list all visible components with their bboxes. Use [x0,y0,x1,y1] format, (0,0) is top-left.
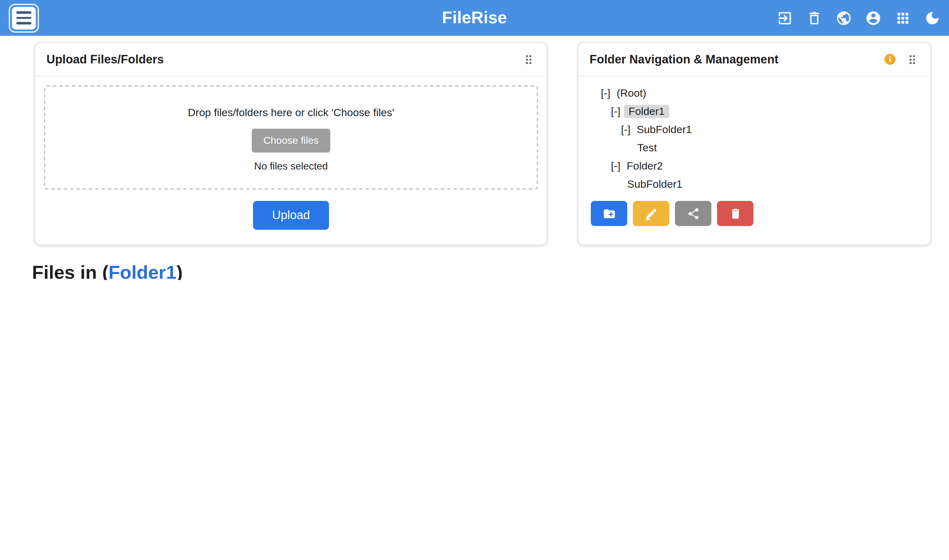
folder-tree-item[interactable]: [-]SubFolder1 [591,120,918,139]
dark-mode-moon-icon[interactable] [924,10,940,26]
upload-card-title: Upload Files/Folders [46,52,164,66]
folder-tree-item[interactable]: [-]Folder2 [591,157,918,175]
create-folder-button[interactable] [591,201,627,226]
folder-label[interactable]: (Root) [614,87,649,100]
file-dropzone[interactable]: Drop files/folders here or click 'Choose… [44,85,538,189]
rename-folder-button[interactable] [633,201,669,226]
app-title: FileRise [442,8,507,28]
choose-files-button[interactable]: Choose files [252,129,330,152]
folder-card: Folder Navigation & Management [-](Root)… [578,42,931,245]
tree-toggle[interactable]: [-] [621,124,631,135]
hamburger-menu-button[interactable] [9,3,39,32]
heading-suffix: ) [177,262,183,280]
create-folder-icon [603,207,615,220]
no-files-text: No files selected [254,161,328,172]
trash-icon [729,207,742,220]
heading-prefix: Files in ( [32,262,108,280]
share-folder-button[interactable] [675,201,711,226]
folder-label[interactable]: SubFolder1 [625,178,685,191]
app-window: FileRise Upload Files/Folders Drop files… [0,0,949,280]
header-actions [776,10,940,26]
folder-tree-item[interactable]: [-]Folder1 [591,102,918,120]
user-account-icon[interactable] [865,10,881,26]
files-heading: Files in (Folder1) [32,262,918,280]
files-section: Files in (Folder1) Delete Files Copy Fil… [0,262,949,280]
folder-tree: [-](Root) [-]Folder1 [-]SubFolder1 Test … [578,77,931,193]
tree-toggle[interactable]: [-] [611,160,620,172]
tree-toggle[interactable]: [-] [611,105,620,117]
grid-apps-icon[interactable] [894,10,911,26]
folder-label[interactable]: Test [635,141,659,154]
folder-label[interactable]: SubFolder1 [634,123,694,136]
folder-tree-item[interactable]: Test [591,139,918,157]
hamburger-icon [12,6,36,29]
share-icon [686,207,700,220]
upload-button[interactable]: Upload [253,201,329,230]
folder-tree-item[interactable]: [-](Root) [591,84,918,102]
info-icon[interactable] [883,53,897,66]
cards-row: Upload Files/Folders Drop files/folders … [0,36,949,245]
folder-actions [578,193,931,226]
folder-tree-item[interactable]: SubFolder1 [591,175,918,193]
globe-icon[interactable] [835,10,852,26]
delete-folder-button[interactable] [717,201,754,226]
drag-handle-icon[interactable] [522,52,535,66]
trash-icon[interactable] [806,10,822,26]
upload-card: Upload Files/Folders Drop files/folders … [35,42,548,245]
header-bar: FileRise [0,0,949,36]
dropzone-text: Drop files/folders here or click 'Choose… [188,107,394,119]
folder-card-title: Folder Navigation & Management [589,52,778,66]
current-folder-link[interactable]: Folder1 [108,262,177,280]
folder-label[interactable]: Folder1 [624,105,669,118]
tree-toggle[interactable]: [-] [601,87,610,99]
drag-handle-icon[interactable] [905,52,919,66]
rename-pencil-icon [644,207,658,220]
folder-label[interactable]: Folder2 [624,160,665,173]
logout-icon[interactable] [776,10,793,26]
